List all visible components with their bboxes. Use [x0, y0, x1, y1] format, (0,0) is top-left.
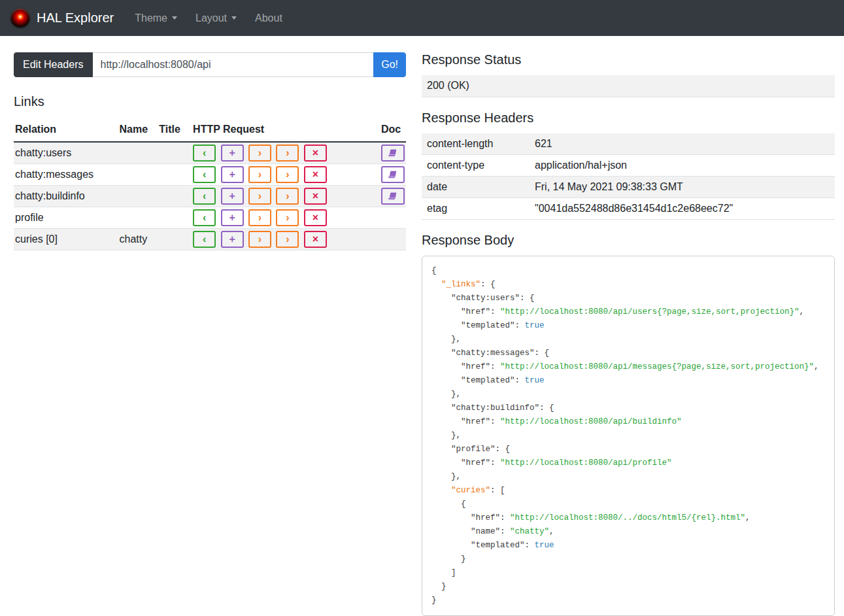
- json-line: },: [431, 388, 825, 402]
- header-row: etag "0041da552488d86e31454d1c2e68eec72": [422, 198, 835, 220]
- nav-about[interactable]: About: [246, 7, 292, 29]
- http-request-cell: ‹ + › › ×: [192, 207, 380, 229]
- post-request-button[interactable]: +: [221, 209, 244, 226]
- go-button[interactable]: Go!: [373, 52, 406, 77]
- put-request-button[interactable]: ›: [248, 188, 271, 205]
- chevron-down-icon: [231, 16, 237, 20]
- response-status-table: 200 (OK): [422, 75, 835, 97]
- relation-cell: chatty:messages: [14, 164, 118, 186]
- get-request-button[interactable]: ‹: [193, 231, 216, 248]
- header-key: content-length: [422, 133, 530, 155]
- relation-cell: chatty:buildinfo: [14, 186, 118, 207]
- name-cell: chatty: [118, 229, 158, 250]
- nav-layout-dropdown[interactable]: Layout: [186, 7, 246, 29]
- header-key: etag: [422, 198, 530, 220]
- doc-cell: [380, 229, 406, 250]
- header-row: content-type application/hal+json: [422, 155, 835, 177]
- brand-label: HAL Explorer: [37, 10, 114, 26]
- patch-request-button[interactable]: ›: [276, 231, 299, 248]
- delete-request-button[interactable]: ×: [304, 188, 327, 205]
- response-body-json: { "_links": { "chatty:users": { "href": …: [422, 256, 835, 616]
- json-line: "href": "http://localhost:8080/api/profi…: [431, 456, 825, 470]
- header-key: date: [422, 177, 530, 198]
- x-icon: ×: [312, 191, 318, 201]
- nav-theme-dropdown[interactable]: Theme: [126, 7, 186, 29]
- http-request-cell: ‹ + › › ×: [192, 164, 380, 186]
- response-column: Response Status 200 (OK) Response Header…: [422, 52, 835, 616]
- doc-cell: [380, 207, 406, 229]
- col-header-title: Title: [158, 120, 192, 142]
- put-request-button[interactable]: ›: [248, 145, 271, 162]
- table-row: chatty:messages ‹ + › › ×: [14, 164, 406, 186]
- hal-9000-eye-icon: [10, 9, 30, 28]
- get-request-button[interactable]: ‹: [193, 145, 216, 162]
- json-line: {: [431, 264, 825, 278]
- doc-button[interactable]: [381, 188, 405, 205]
- nav-about-label: About: [255, 12, 282, 24]
- json-line: "href": "http://localhost:8080/api/messa…: [431, 360, 825, 374]
- patch-request-button[interactable]: ›: [276, 188, 299, 205]
- put-request-button[interactable]: ›: [248, 166, 271, 183]
- get-request-button[interactable]: ‹: [193, 166, 216, 183]
- post-request-button[interactable]: +: [221, 188, 244, 205]
- chevron-right-icon: ›: [286, 234, 289, 245]
- delete-request-button[interactable]: ×: [304, 231, 327, 248]
- put-request-button[interactable]: ›: [248, 231, 271, 248]
- http-request-cell: ‹ + › › ×: [192, 229, 380, 250]
- doc-cell: [380, 164, 406, 186]
- x-icon: ×: [312, 213, 318, 223]
- get-request-button[interactable]: ‹: [193, 209, 216, 226]
- edit-headers-button[interactable]: Edit Headers: [14, 52, 93, 77]
- table-row: chatty:buildinfo ‹ + › › ×: [14, 186, 406, 207]
- json-line: "href": "http://localhost:8080/api/users…: [431, 305, 825, 319]
- book-icon: [388, 192, 397, 201]
- chevron-left-icon: ‹: [203, 213, 206, 223]
- json-line: },: [431, 429, 825, 443]
- url-input[interactable]: [93, 52, 374, 77]
- brand[interactable]: HAL Explorer: [10, 9, 114, 28]
- name-cell: [118, 164, 158, 186]
- doc-cell: [380, 142, 406, 164]
- json-line: "chatty:messages": {: [431, 347, 825, 360]
- x-icon: ×: [312, 169, 318, 180]
- chevron-left-icon: ‹: [203, 191, 206, 201]
- post-request-button[interactable]: +: [221, 145, 244, 162]
- post-request-button[interactable]: +: [221, 166, 244, 183]
- delete-request-button[interactable]: ×: [304, 166, 327, 183]
- links-table: Relation Name Title HTTP Request Doc cha…: [14, 120, 406, 250]
- response-status-heading: Response Status: [422, 52, 835, 67]
- chevron-left-icon: ‹: [203, 148, 206, 158]
- plus-icon: +: [229, 148, 235, 158]
- doc-button[interactable]: [381, 166, 405, 183]
- table-row: profile ‹ + › › ×: [14, 207, 406, 229]
- relation-cell: curies [0]: [14, 229, 118, 250]
- doc-button[interactable]: [381, 145, 405, 162]
- status-value: 200 (OK): [422, 75, 835, 97]
- title-cell: [158, 229, 192, 250]
- name-cell: [118, 186, 158, 207]
- relation-cell: chatty:users: [14, 142, 118, 164]
- patch-request-button[interactable]: ›: [276, 166, 299, 183]
- patch-request-button[interactable]: ›: [276, 145, 299, 162]
- title-cell: [158, 142, 192, 164]
- chevron-right-icon: ›: [286, 169, 289, 180]
- delete-request-button[interactable]: ×: [304, 209, 327, 226]
- nav-theme-label: Theme: [135, 12, 167, 24]
- response-headers-heading: Response Headers: [422, 111, 835, 126]
- header-value: application/hal+json: [530, 155, 835, 177]
- doc-cell: [380, 186, 406, 207]
- json-line: "curies": [: [431, 484, 825, 498]
- x-icon: ×: [312, 234, 318, 245]
- patch-request-button[interactable]: ›: [276, 209, 299, 226]
- post-request-button[interactable]: +: [221, 231, 244, 248]
- json-line: "templated": true: [431, 374, 825, 388]
- get-request-button[interactable]: ‹: [193, 188, 216, 205]
- put-request-button[interactable]: ›: [248, 209, 271, 226]
- book-icon: [388, 149, 397, 158]
- plus-icon: +: [229, 191, 235, 201]
- chevron-right-icon: ›: [258, 148, 262, 158]
- delete-request-button[interactable]: ×: [304, 145, 327, 162]
- plus-icon: +: [229, 213, 235, 223]
- json-line: },: [431, 470, 825, 484]
- http-request-cell: ‹ + › › ×: [192, 142, 380, 164]
